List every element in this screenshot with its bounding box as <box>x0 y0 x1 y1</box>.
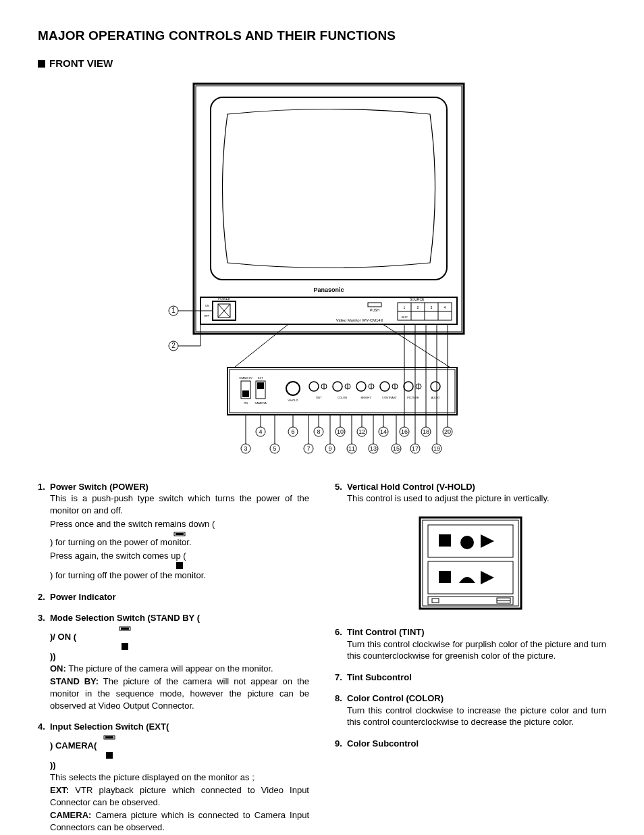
svg-marker-139 <box>481 571 494 584</box>
svg-text:ON: ON <box>205 304 209 307</box>
svg-text:14: 14 <box>380 428 387 435</box>
item-mode-selection: 3. Mode Selection Switch (STAND BY ()/ O… <box>38 612 309 711</box>
svg-rect-131 <box>420 517 521 609</box>
svg-rect-127 <box>122 643 128 650</box>
svg-rect-2 <box>211 97 447 280</box>
svg-rect-33 <box>230 370 455 413</box>
source-buttons: 1 2 3 4 SKIP <box>398 303 452 320</box>
page-title: MAJOR OPERATING CONTROLS AND THEIR FUNCT… <box>38 27 606 45</box>
svg-text:2: 2 <box>417 305 419 309</box>
svg-text:18: 18 <box>423 428 429 435</box>
svg-rect-1 <box>196 86 462 332</box>
svg-rect-0 <box>194 84 464 334</box>
svg-text:12: 12 <box>358 428 365 435</box>
svg-line-34 <box>234 324 288 368</box>
svg-text:2: 2 <box>171 342 176 349</box>
svg-rect-37 <box>242 390 249 397</box>
svg-point-66 <box>431 382 440 391</box>
subheading: FRONT VIEW <box>38 57 606 70</box>
item-power-switch: 1.Power Switch (POWER) This is a push-pu… <box>38 481 309 582</box>
svg-text:10: 10 <box>337 428 344 435</box>
svg-text:3: 3 <box>431 305 433 309</box>
item-tint: 6.Tint Control (TINT) Turn this control … <box>335 626 606 662</box>
svg-text:TINT: TINT <box>316 396 322 399</box>
svg-text:OFF: OFF <box>204 314 210 318</box>
svg-text:17: 17 <box>412 445 419 452</box>
svg-text:4: 4 <box>259 428 262 435</box>
svg-text:5: 5 <box>273 445 276 452</box>
switch-down-icon <box>173 530 186 536</box>
brand-label: Panasonic <box>313 286 344 293</box>
svg-point-136 <box>460 536 474 549</box>
front-view-diagram: Panasonic POWER ON OFF PUSH Video Monito… <box>38 77 606 469</box>
svg-text:BRIGHT: BRIGHT <box>360 396 371 399</box>
item-tint-sub: 7.Tint Subcontrol <box>335 672 606 684</box>
svg-text:V-HOLD: V-HOLD <box>288 399 298 402</box>
square-bullet-icon <box>38 60 45 68</box>
svg-text:AUDIO: AUDIO <box>431 396 440 399</box>
svg-rect-126 <box>121 628 129 630</box>
switch-up-icon <box>105 751 113 759</box>
svg-text:CONTRAST: CONTRAST <box>382 396 398 399</box>
svg-point-46 <box>309 382 319 391</box>
svg-text:7: 7 <box>306 445 310 452</box>
svg-rect-129 <box>105 736 113 738</box>
svg-rect-141 <box>432 599 439 603</box>
svg-text:11: 11 <box>348 445 355 452</box>
svg-text:POWER: POWER <box>218 297 231 301</box>
svg-text:SKIP: SKIP <box>401 315 407 319</box>
svg-text:8: 8 <box>317 428 320 435</box>
svg-text:3: 3 <box>244 445 247 452</box>
svg-text:ON: ON <box>244 401 248 405</box>
svg-text:9: 9 <box>328 445 331 452</box>
switch-up-icon <box>175 561 184 570</box>
svg-text:PUSH: PUSH <box>370 308 379 312</box>
svg-text:COLOR: COLOR <box>338 396 347 399</box>
svg-text:1: 1 <box>171 307 176 314</box>
svg-text:4: 4 <box>444 305 446 309</box>
switch-down-icon <box>119 624 131 631</box>
item-vhold: 5.Vertical Hold Control (V-HOLD) This co… <box>335 481 606 505</box>
right-column: 5.Vertical Hold Control (V-HOLD) This co… <box>335 481 606 835</box>
svg-rect-132 <box>423 520 518 606</box>
item-power-indicator: 2.Power Indicator <box>38 591 309 603</box>
svg-text:STAND BY: STAND BY <box>239 376 252 380</box>
svg-rect-138 <box>439 571 451 583</box>
svg-point-58 <box>380 382 390 391</box>
svg-line-35 <box>383 324 450 368</box>
svg-rect-39 <box>257 382 264 389</box>
svg-point-54 <box>356 382 366 391</box>
svg-rect-130 <box>106 752 113 759</box>
svg-text:EXT: EXT <box>258 376 263 380</box>
svg-rect-135 <box>439 534 451 547</box>
svg-text:15: 15 <box>393 445 400 452</box>
svg-marker-137 <box>481 534 494 548</box>
small-dials: TINT COLOR BRIGHT CONTRAST PICTURE <box>309 382 440 399</box>
svg-text:PICTURE: PICTURE <box>407 396 419 399</box>
switch-down-icon <box>103 733 115 740</box>
svg-rect-32 <box>227 368 457 415</box>
description-columns: 1.Power Switch (POWER) This is a push-pu… <box>38 481 606 835</box>
svg-rect-124 <box>176 562 183 569</box>
svg-text:SOURCE: SOURCE <box>410 297 425 301</box>
svg-text:1: 1 <box>404 305 406 309</box>
svg-point-50 <box>333 382 342 391</box>
svg-point-62 <box>404 382 413 391</box>
svg-rect-11 <box>368 303 381 307</box>
left-column: 1.Power Switch (POWER) This is a push-pu… <box>38 481 309 835</box>
svg-text:13: 13 <box>370 445 377 452</box>
item-color-sub: 9.Color Subcontrol <box>335 738 606 750</box>
item-input-selection: 4. Input Selection Switch (EXT() CAMERA(… <box>38 721 309 833</box>
svg-text:20: 20 <box>444 428 451 435</box>
svg-text:19: 19 <box>433 445 440 452</box>
svg-text:Video Monitor WV-CM143: Video Monitor WV-CM143 <box>336 318 383 322</box>
svg-text:16: 16 <box>401 428 408 435</box>
svg-text:6: 6 <box>291 428 294 435</box>
svg-text:CAMERA: CAMERA <box>254 401 266 405</box>
svg-point-44 <box>286 382 300 395</box>
vhold-mini-diagram <box>335 514 606 615</box>
switch-up-icon <box>121 642 129 651</box>
subheading-text: FRONT VIEW <box>49 57 113 69</box>
svg-rect-123 <box>176 533 184 535</box>
item-color: 8.Color Control (COLOR) Turn this contro… <box>335 692 606 728</box>
